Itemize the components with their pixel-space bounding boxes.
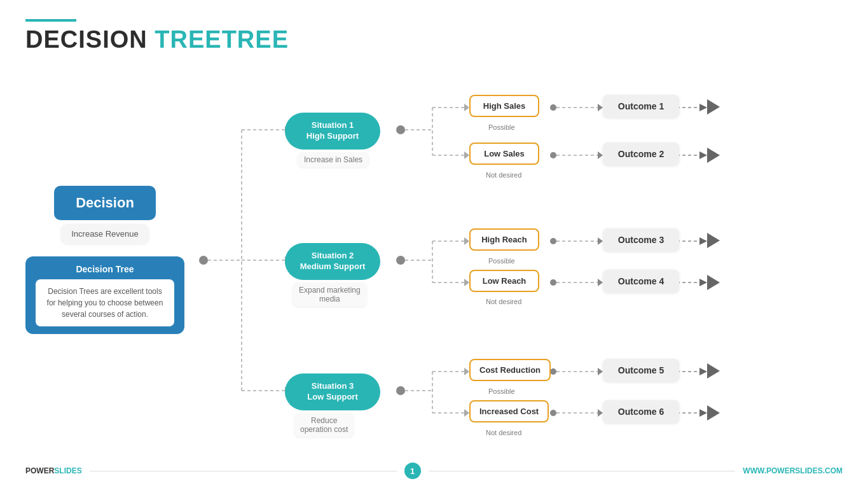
sit3-line1: Situation 3 <box>312 381 354 391</box>
sit2-line1: Situation 2 <box>312 251 354 260</box>
chance-cost-reduction: Cost Reduction <box>469 359 551 381</box>
chance-low-reach: Low Reach <box>469 270 539 292</box>
title-tree-word: TREE <box>222 26 289 53</box>
arrow-c2 <box>464 151 469 159</box>
sit3-line2: Low Support <box>307 392 357 401</box>
arrow-c4 <box>464 279 469 286</box>
chance-low-reach-sublabel: Not desired <box>486 298 521 305</box>
sit2-sublabel: Expand marketing media <box>293 282 367 307</box>
final-arrow-o5 <box>699 368 707 375</box>
outcome6-final-arrow <box>707 405 720 421</box>
header-bar <box>25 19 76 22</box>
sit3-sublabel: Reduce operation cost <box>294 413 354 437</box>
outcome-4-box: Outcome 4 <box>603 270 679 293</box>
chance-increased-cost: Increased Cost <box>469 400 549 422</box>
page-title: DECISION TREETREE <box>25 27 843 53</box>
outcome-1-box: Outcome 1 <box>603 95 679 118</box>
arrow-c5 <box>464 368 469 375</box>
tree-area: Situation 1 High Support Increase in Sal… <box>191 60 843 461</box>
c3-dot <box>550 238 556 244</box>
c4-dot <box>550 279 556 286</box>
footer-line-right <box>429 471 736 471</box>
outcome-6-box: Outcome 6 <box>603 400 679 423</box>
outcome4-final-arrow <box>707 275 720 290</box>
decision-node-area: Decision Increase Revenue <box>25 186 184 244</box>
arrow-o2 <box>598 151 603 159</box>
footer-website: WWW.POWERSLIDES.COM <box>743 466 843 475</box>
outcome3-final-arrow <box>707 233 720 248</box>
page: DECISION TREETREE Decision Increase Reve… <box>0 0 868 488</box>
situation-1-node: Situation 1 High Support <box>285 113 380 150</box>
outcome5-final-arrow <box>707 363 720 379</box>
arrow-o6 <box>598 409 603 417</box>
sit2-line2: Medium Support <box>300 261 366 271</box>
arrow-o5 <box>598 368 603 375</box>
footer-slides: SLIDES <box>54 466 81 475</box>
footer: POWERSLIDES 1 WWW.POWERSLIDES.COM <box>25 463 843 479</box>
info-box: Decision Tree Decision Trees are excelle… <box>25 256 184 334</box>
outcome-5-box: Outcome 5 <box>603 359 679 382</box>
c1-dot <box>550 104 556 111</box>
arrow-c3 <box>464 237 469 245</box>
decision-dot <box>199 256 208 265</box>
info-box-body: Decision Trees are excellent tools for h… <box>36 279 174 326</box>
final-arrow-o2 <box>699 151 707 159</box>
outcome-2-box: Outcome 2 <box>603 143 679 165</box>
decision-sublabel: Increase Revenue <box>61 224 149 244</box>
chance-high-sales-sublabel: Possible <box>488 123 515 131</box>
arrow-c6 <box>464 409 469 417</box>
title-tree: TREE <box>155 26 221 53</box>
final-arrow-o3 <box>699 237 707 245</box>
chance-low-sales: Low Sales <box>469 143 539 165</box>
footer-line-left <box>90 471 397 471</box>
arrow-o1 <box>598 104 603 111</box>
arrow-o4 <box>598 279 603 286</box>
sit1-sublabel: Increase in Sales <box>298 152 369 167</box>
sit1-line2: High Support <box>307 131 359 141</box>
chance-high-reach: High Reach <box>469 228 539 251</box>
final-arrow-o1 <box>699 104 707 111</box>
footer-brand: POWERSLIDES <box>25 466 82 475</box>
final-arrow-o4 <box>699 279 707 286</box>
main-content: Decision Increase Revenue Decision Tree … <box>25 60 843 461</box>
footer-page-number: 1 <box>404 463 421 479</box>
c5-dot <box>550 368 556 375</box>
sit2-dot <box>396 256 405 265</box>
decision-box: Decision <box>54 186 156 220</box>
info-box-title: Decision Tree <box>36 264 174 274</box>
chance-high-sales: High Sales <box>469 95 539 117</box>
chance-cost-reduction-sublabel: Possible <box>488 387 515 395</box>
sit1-dot <box>396 125 405 134</box>
chance-increased-cost-sublabel: Not desired <box>486 429 521 436</box>
situation-2-node: Situation 2 Medium Support <box>285 243 380 280</box>
c2-dot <box>550 152 556 158</box>
chance-low-sales-sublabel: Not desired <box>486 171 521 179</box>
outcome2-final-arrow <box>707 148 720 163</box>
arrow-c1 <box>464 104 469 111</box>
left-panel: Decision Increase Revenue Decision Tree … <box>25 60 191 461</box>
outcome1-final-arrow <box>707 99 720 115</box>
final-arrow-o6 <box>699 409 707 417</box>
title-decision: DECISION <box>25 26 148 53</box>
situation-3-node: Situation 3 Low Support <box>285 373 380 410</box>
arrow-o3 <box>598 237 603 245</box>
sit3-dot <box>396 386 405 395</box>
sit1-line1: Situation 1 <box>312 120 354 130</box>
outcome-3-box: Outcome 3 <box>603 228 679 251</box>
footer-power: POWER <box>25 466 54 475</box>
c6-dot <box>550 410 556 416</box>
chance-high-reach-sublabel: Possible <box>488 257 515 265</box>
